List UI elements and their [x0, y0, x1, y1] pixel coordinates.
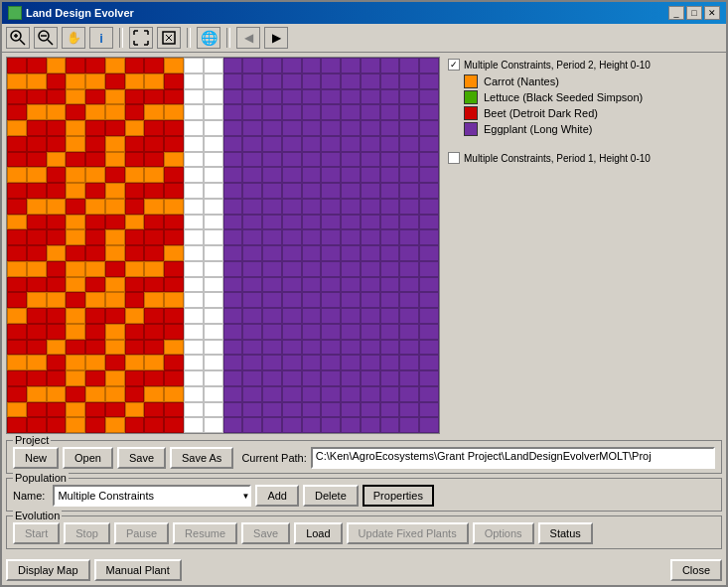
- grid-cell: [105, 58, 125, 73]
- grid-cell: [262, 215, 282, 230]
- grid-cell: [7, 292, 27, 308]
- expand-button[interactable]: [129, 27, 153, 49]
- start-button[interactable]: Start: [13, 522, 60, 544]
- grid-cell: [144, 370, 164, 386]
- grid-cell: [302, 73, 322, 89]
- update-fixed-plants-button[interactable]: Update Fixed Plants: [347, 522, 469, 544]
- grid-cell: [399, 417, 419, 433]
- grid-cell: [85, 292, 105, 308]
- back-button[interactable]: ◀: [236, 27, 260, 49]
- close-button[interactable]: ✕: [704, 6, 720, 20]
- grid-cell: [380, 355, 400, 370]
- grid-cell: [85, 183, 105, 199]
- forward-button[interactable]: ▶: [264, 27, 288, 49]
- grid-cell: [380, 89, 400, 105]
- grid-cell: [302, 277, 322, 293]
- status-button[interactable]: Status: [538, 522, 593, 544]
- grid-cell: [341, 324, 361, 340]
- grid-cell: [85, 355, 105, 370]
- new-button[interactable]: New: [13, 447, 59, 469]
- grid-cell: [85, 340, 105, 356]
- resume-button[interactable]: Resume: [173, 522, 237, 544]
- manual-plant-button[interactable]: Manual Plant: [94, 559, 182, 581]
- grid-cell: [223, 308, 243, 324]
- grid-cell: [204, 277, 223, 293]
- options-button[interactable]: Options: [473, 522, 534, 544]
- population-select[interactable]: Multiple Constraints: [53, 485, 251, 507]
- minimize-button[interactable]: _: [668, 6, 684, 20]
- evolution-panel-row: Start Stop Pause Resume Save Load Update…: [13, 522, 715, 544]
- grid-cell: [399, 215, 419, 230]
- grid-cell: [27, 277, 47, 293]
- save-project-button[interactable]: Save: [117, 447, 166, 469]
- grid-cell: [204, 340, 223, 356]
- grid-cell: [302, 229, 322, 245]
- save-as-button[interactable]: Save As: [170, 447, 233, 469]
- grid-cell: [105, 308, 125, 324]
- zoom-in-button[interactable]: [6, 27, 30, 49]
- grid-cell: [105, 215, 125, 230]
- grid-cell: [302, 89, 322, 105]
- grid-cell: [7, 370, 27, 386]
- grid-cell: [361, 183, 380, 199]
- grid-cell: [302, 402, 322, 418]
- grid-cell: [144, 136, 164, 152]
- grid-cell: [361, 89, 380, 105]
- grid-cell: [419, 215, 439, 230]
- properties-button[interactable]: Properties: [363, 485, 434, 507]
- grid-cell: [27, 417, 47, 433]
- grid-cell: [341, 152, 361, 168]
- grid-cell: [105, 229, 125, 245]
- legend-group-1-checkbox[interactable]: ✓: [448, 59, 460, 71]
- grid-cell: [242, 370, 262, 386]
- grid-cell: [204, 73, 223, 89]
- grid-cell: [204, 89, 223, 105]
- save-evolution-button[interactable]: Save: [241, 522, 290, 544]
- grid-cell: [47, 104, 67, 120]
- grid-cell: [419, 183, 439, 199]
- grid-cell: [105, 183, 125, 199]
- grid-cell: [7, 324, 27, 340]
- close-button[interactable]: Close: [670, 559, 722, 581]
- globe-button[interactable]: 🌐: [197, 27, 220, 49]
- maximize-button[interactable]: □: [686, 6, 702, 20]
- grid-cell: [125, 402, 145, 418]
- grid-cell: [7, 402, 27, 418]
- zoom-out-button[interactable]: [34, 27, 58, 49]
- grid-cell: [144, 120, 164, 136]
- grid-cell: [242, 229, 262, 245]
- grid-cell: [361, 199, 380, 215]
- legend-group-2-checkbox[interactable]: [448, 152, 460, 164]
- grid-cell: [85, 120, 105, 136]
- grid-cell: [125, 199, 145, 215]
- fit-button[interactable]: [157, 27, 181, 49]
- grid-cell: [361, 215, 380, 230]
- grid-cell: [380, 152, 400, 168]
- grid-cell: [85, 261, 105, 277]
- display-map-button[interactable]: Display Map: [6, 559, 90, 581]
- delete-button[interactable]: Delete: [303, 485, 359, 507]
- pause-button[interactable]: Pause: [114, 522, 169, 544]
- grid-cell: [361, 229, 380, 245]
- grid-cell: [66, 73, 85, 89]
- open-button[interactable]: Open: [63, 447, 113, 469]
- grid-cell: [419, 261, 439, 277]
- grid-cell: [184, 215, 204, 230]
- info-button[interactable]: i: [89, 27, 113, 49]
- grid-cell: [282, 277, 302, 293]
- grid-cell: [302, 355, 322, 370]
- grid-cell: [125, 104, 145, 120]
- grid-cell: [262, 120, 282, 136]
- grid-cell: [66, 58, 85, 73]
- grid-cell: [105, 370, 125, 386]
- stop-button[interactable]: Stop: [64, 522, 110, 544]
- grid-cell: [7, 277, 27, 293]
- grid-cell: [144, 340, 164, 356]
- grid-cell: [184, 340, 204, 356]
- grid-cell: [242, 402, 262, 418]
- grid-cell: [204, 245, 223, 261]
- load-button[interactable]: Load: [294, 522, 342, 544]
- legend-item-carrot: Carrot (Nantes): [464, 74, 718, 88]
- add-button[interactable]: Add: [255, 485, 299, 507]
- pan-button[interactable]: ✋: [62, 27, 85, 49]
